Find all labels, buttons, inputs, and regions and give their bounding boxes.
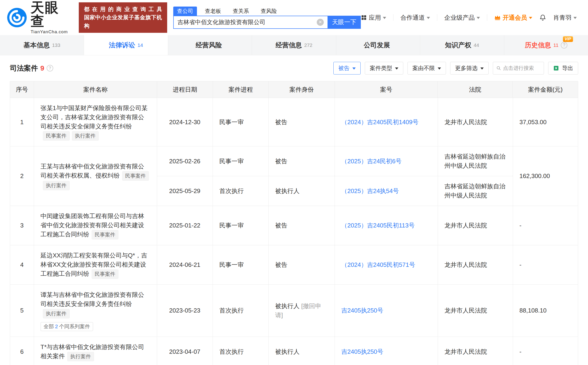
col-header-case-number: 案号	[335, 81, 438, 98]
case-stage: 民事一审	[213, 206, 269, 245]
tab-label: 经营风险	[196, 41, 222, 50]
promo-line-2: 国家中小企业发展子基金旗下机构	[84, 13, 162, 30]
tab-label: 经营信息	[275, 41, 302, 50]
nav-divider	[487, 14, 487, 21]
series-cases-chip[interactable]: 全部2个同系列案件	[41, 322, 93, 331]
case-number-cell: （2024）吉2405民初1409号	[335, 98, 438, 146]
table-row: 6 T*与吉林省中佰文化旅游投资有限公司相关案件执行案件 2023-04-07 …	[10, 337, 578, 365]
tab-label: 公司发展	[364, 41, 390, 50]
filter-cause-dropdown[interactable]: 案由不限	[408, 62, 446, 75]
series-prefix: 全部	[44, 323, 54, 329]
search-tab-relation[interactable]: 查关系	[229, 7, 253, 16]
case-role: 被告	[269, 147, 335, 176]
case-proceedings: 2025-02-26 民事一审 被告 （2025）吉24民初6号 吉林省延边朝鲜…	[157, 147, 513, 206]
table-header-row: 序号 案件名称 进程日期 案件进程 案件身份 案号 法院 案件金额(元)	[10, 81, 578, 98]
case-number-cell: （2025）吉2405民初113号	[335, 206, 438, 245]
case-index: 6	[10, 337, 34, 365]
nav-open-vip[interactable]: 开通会员	[494, 14, 532, 22]
case-name-cell: 中闰建设集团装饰工程有限公司与吉林省中佰文化旅游投资有限公司相关建设工程施工合同…	[34, 206, 157, 245]
case-number-link[interactable]: （2025）吉24执54号	[341, 186, 399, 196]
search-tab-risk[interactable]: 查风险	[257, 7, 281, 16]
case-name-cell: 张某1与中国某财产保险股份有限公司某支公司，吉林省某文化旅游投资有限公司相关违反…	[34, 98, 157, 146]
col-header-amount: 案件金额(元)	[513, 81, 578, 98]
case-number-link[interactable]: （2025）吉24民初6号	[341, 157, 402, 166]
export-button[interactable]: 导出	[548, 62, 578, 75]
case-amount: -	[513, 337, 578, 365]
col-header-role: 案件身份	[269, 81, 335, 98]
case-index: 3	[10, 206, 34, 245]
tab-label: 法律诉讼	[109, 41, 135, 50]
filter-bar: 被告 案件类型 案由不限 更多筛选	[333, 62, 578, 75]
case-tag: 民事案件	[43, 131, 70, 140]
filter-role-dropdown[interactable]: 被告	[333, 62, 361, 75]
case-role: 被执行人 [撤回申请]	[269, 285, 335, 337]
chevron-down-icon	[427, 17, 430, 19]
tab-operating-risk[interactable]: 经营风险	[168, 35, 252, 55]
chevron-down-icon	[352, 67, 356, 70]
search-tab-boss[interactable]: 查老板	[201, 7, 225, 16]
case-number-cell: 吉2405执250号	[335, 285, 438, 337]
case-name: 张某1与中国某财产保险股份有限公司某支公司，吉林省某文化旅游投资有限公司相关违反…	[41, 105, 147, 130]
promo-banner: 都在用的商业查询工具 国家中小企业发展子基金旗下机构	[79, 2, 167, 33]
table-search-input[interactable]	[503, 65, 540, 71]
brand-logo[interactable]: 天眼查 TianYanCha.com	[7, 1, 73, 35]
case-index: 1	[10, 98, 34, 146]
case-court: 龙井市人民法院	[438, 206, 513, 245]
page: 天眼查 TianYanCha.com 都在用的商业查询工具 国家中小企业发展子基…	[0, 0, 588, 365]
table-row: 5 谭某与吉林省中佰文化旅游投资有限公司相关违反安全保障义务责任纠纷执行案件 全…	[10, 284, 578, 337]
case-role: 被告	[269, 245, 335, 284]
nav-enterprise[interactable]: 企业级产品	[444, 14, 480, 22]
apps-grid-icon	[361, 14, 367, 21]
chevron-down-icon	[438, 67, 441, 70]
case-stage: 民事一审	[213, 245, 269, 284]
case-amount: 37,053.00	[513, 98, 578, 146]
nav-vip-label: 开通会员	[503, 14, 527, 22]
table-row: 3 中闰建设集团装饰工程有限公司与吉林省中佰文化旅游投资有限公司相关建设工程施工…	[10, 206, 578, 245]
case-number-link[interactable]: （2024）吉2405民初1409号	[341, 118, 419, 127]
clear-search-icon[interactable]	[317, 19, 324, 26]
tab-label: 基本信息	[23, 41, 50, 50]
case-proceedings: 2024-06-21 民事一审 被告 （2024）吉2405民初571号 龙井市…	[157, 245, 513, 284]
tab-operating-info[interactable]: 经营信息 272	[252, 35, 336, 55]
tab-history-info[interactable]: VIP 历史信息 11	[504, 35, 588, 55]
search-tabs: 查公司 查老板 查关系 查风险	[173, 7, 361, 16]
notification-bell[interactable]	[539, 14, 546, 21]
search-tab-company[interactable]: 查公司	[173, 7, 197, 16]
logo-domain: TianYanCha.com	[30, 29, 73, 35]
filter-case-type-dropdown[interactable]: 案件类型	[365, 62, 403, 75]
case-amount: -	[513, 245, 578, 284]
case-number-link[interactable]: 吉2405执250号	[341, 347, 383, 356]
tab-company-development[interactable]: 公司发展	[336, 35, 420, 55]
col-header-index: 序号	[10, 81, 34, 98]
case-number-cell: （2025）吉24执54号	[335, 176, 438, 206]
nav-user[interactable]: 肖青羽	[553, 14, 577, 22]
filter-more-dropdown[interactable]: 更多筛选	[450, 62, 489, 75]
tab-basic-info[interactable]: 基本信息 133	[0, 35, 84, 55]
tab-intellectual-property[interactable]: 知识产权 44	[420, 35, 504, 55]
help-icon[interactable]	[47, 65, 53, 71]
case-date: 2025-05-29	[157, 176, 213, 206]
table-row: 1 张某1与中国某财产保险股份有限公司某支公司，吉林省某文化旅游投资有限公司相关…	[10, 98, 578, 146]
tab-legal-proceedings[interactable]: 法律诉讼 14	[84, 35, 168, 55]
section-title: 司法案件	[10, 63, 38, 73]
company-tabbar: 基本信息 133 法律诉讼 14 经营风险 经营信息 272 公司发展 知识产权…	[0, 35, 588, 55]
case-date: 2025-01-22	[157, 206, 213, 245]
tab-count: 14	[137, 42, 143, 48]
case-date: 2023-04-07	[157, 337, 213, 365]
nav-apps[interactable]: 应用	[361, 14, 386, 22]
logo-text: 天眼查	[30, 1, 73, 28]
chevron-down-icon	[395, 67, 398, 70]
case-court: 龙井市人民法院	[438, 285, 513, 337]
nav-partner[interactable]: 合作通道	[401, 14, 430, 22]
case-name-cell: 谭某与吉林省中佰文化旅游投资有限公司相关违反安全保障义务责任纠纷执行案件 全部2…	[34, 285, 157, 337]
company-search-input[interactable]	[173, 16, 328, 29]
section-count: 9	[40, 64, 44, 72]
case-amount: 88,108.10	[513, 285, 578, 337]
case-number-link[interactable]: 吉2405执250号	[341, 306, 383, 315]
case-number-link[interactable]: （2025）吉2405民初113号	[341, 221, 415, 230]
table-search-box[interactable]	[493, 62, 544, 75]
search-button[interactable]: 天眼一下	[328, 16, 361, 29]
table-row: 2 王某与吉林省中佰文化旅游投资有限公司相关著作权权属、侵权纠纷民事案件执行案件…	[10, 146, 578, 206]
case-number-link[interactable]: （2024）吉2405民初571号	[341, 260, 415, 269]
help-icon[interactable]	[561, 42, 567, 49]
